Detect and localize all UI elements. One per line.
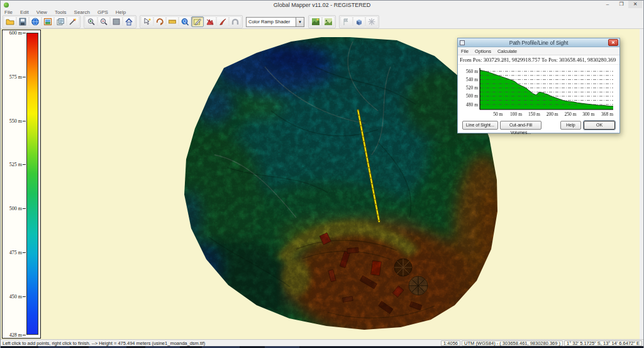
dialog-menu-file[interactable]: File bbox=[458, 48, 472, 54]
overlay-control-button[interactable] bbox=[42, 16, 54, 27]
legend-label: 575 m bbox=[3, 74, 22, 80]
legend-label: 525 m bbox=[3, 162, 22, 167]
globe-icon bbox=[31, 18, 40, 26]
open-file-button[interactable] bbox=[4, 16, 16, 27]
gps-path-button[interactable] bbox=[340, 16, 353, 27]
zoom-in-button[interactable] bbox=[85, 16, 97, 27]
dialog-titlebar[interactable]: Path Profile/Line of Sight ✕ bbox=[458, 38, 619, 47]
menu-tools[interactable]: Tools bbox=[51, 9, 70, 15]
dialog-close-icon[interactable]: ✕ bbox=[608, 39, 618, 46]
menu-file[interactable]: File bbox=[1, 9, 16, 15]
feature-info-tool-button[interactable]: Q bbox=[179, 16, 191, 27]
svg-text:300 m: 300 m bbox=[582, 111, 594, 117]
legend-tick bbox=[23, 296, 26, 297]
arch-icon bbox=[231, 18, 240, 26]
zoom-tool-button[interactable] bbox=[141, 16, 153, 27]
legend-tick bbox=[23, 164, 26, 165]
legend-label: 428 m bbox=[3, 332, 22, 338]
pen-icon bbox=[218, 18, 227, 26]
svg-text:560 m: 560 m bbox=[466, 69, 478, 74]
view-3d-button[interactable] bbox=[353, 16, 365, 27]
map-canvas[interactable]: 600 m 575 m 550 m 525 m 500 m 475 m 450 … bbox=[1, 29, 640, 339]
color-ramp-bar bbox=[26, 33, 38, 335]
svg-text:368 m: 368 m bbox=[601, 111, 613, 117]
legend-label: 600 m bbox=[3, 30, 22, 36]
legend-tick bbox=[23, 77, 26, 77]
svg-text:150 m: 150 m bbox=[528, 111, 540, 117]
undo-arch-button[interactable] bbox=[229, 16, 242, 27]
legend-tick bbox=[23, 335, 26, 335]
menu-help[interactable]: Help bbox=[112, 9, 130, 15]
menu-gps[interactable]: GPS bbox=[94, 9, 112, 15]
feature-info-icon: Q bbox=[180, 18, 189, 26]
menu-view[interactable]: View bbox=[33, 9, 51, 15]
svg-text:520 m: 520 m bbox=[466, 85, 478, 91]
shader-dropdown-value: Color Ramp Shader bbox=[247, 19, 296, 25]
app-titlebar: Global Mapper v11.02 - REGISTERED – ❐ ✕ bbox=[1, 1, 643, 9]
cut-and-fill-volumes-button[interactable]: Cut-and-Fill Volumes... bbox=[500, 121, 541, 130]
status-hint: Left click to add points, right click to… bbox=[1, 340, 441, 346]
pan-tool-button[interactable] bbox=[153, 16, 166, 27]
help-button[interactable]: Help bbox=[560, 121, 581, 130]
rotate-arrow-icon bbox=[155, 18, 164, 26]
image-overlay-icon bbox=[43, 18, 52, 26]
configure-button[interactable] bbox=[67, 16, 79, 27]
elevation-profile-chart: 560 m540 m520 m500 m480 m50 m100 m150 m2… bbox=[460, 66, 619, 119]
last-view-button[interactable] bbox=[123, 16, 135, 27]
folder-icon bbox=[6, 18, 14, 26]
legend-label: 475 m bbox=[3, 250, 22, 255]
minimize-button[interactable]: – bbox=[601, 1, 614, 8]
status-bar: Left click to add points, right click to… bbox=[1, 339, 643, 346]
terrain-tree-icon bbox=[324, 18, 333, 26]
full-view-button[interactable] bbox=[110, 16, 123, 27]
dialog-menu-options[interactable]: Options bbox=[472, 48, 494, 54]
svg-text:Q: Q bbox=[183, 19, 187, 24]
global-mapper-window: Global Mapper v11.02 - REGISTERED – ❐ ✕ … bbox=[0, 0, 644, 348]
legend-tick bbox=[23, 121, 26, 121]
svg-text:100 m: 100 m bbox=[510, 111, 522, 117]
svg-text:500 m: 500 m bbox=[466, 93, 478, 99]
legend-tick bbox=[23, 33, 26, 33]
path-profile-tool-button[interactable] bbox=[204, 16, 216, 27]
svg-text:250 m: 250 m bbox=[565, 111, 577, 117]
elevation-legend: 600 m 575 m 550 m 525 m 500 m 475 m 450 … bbox=[2, 30, 41, 339]
ok-button[interactable]: OK bbox=[584, 121, 615, 130]
legend-label: 550 m bbox=[3, 118, 22, 124]
digitizer-icon bbox=[193, 18, 202, 26]
shader-options-button[interactable] bbox=[309, 16, 322, 27]
save-button[interactable] bbox=[16, 16, 29, 27]
cursor-zoom-icon bbox=[143, 18, 152, 26]
draw-tool-button[interactable] bbox=[216, 16, 229, 27]
legend-tick bbox=[23, 208, 26, 209]
legend-tick bbox=[23, 252, 26, 253]
layers-button[interactable] bbox=[54, 16, 67, 27]
status-projection: UTM (WGS84) - ( 303658.461, 9830280.369 … bbox=[462, 340, 563, 346]
main-toolbar: Q Color Ramp Shader ▼ bbox=[1, 15, 643, 29]
lidar-button[interactable] bbox=[365, 16, 378, 27]
app-menubar: File Edit View Tools Search GPS Help bbox=[1, 9, 643, 15]
spark-icon bbox=[367, 18, 376, 26]
shader-dropdown[interactable]: Color Ramp Shader ▼ bbox=[246, 17, 304, 27]
dropdown-arrow-icon[interactable]: ▼ bbox=[296, 18, 304, 26]
dialog-menu-calculate[interactable]: Calculate bbox=[494, 48, 520, 54]
svg-text:200 m: 200 m bbox=[547, 111, 558, 117]
dialog-buttons: Line of Sight... Cut-and-Fill Volumes...… bbox=[458, 121, 619, 130]
full-extent-icon bbox=[112, 18, 121, 26]
close-button[interactable]: ✕ bbox=[628, 1, 642, 8]
measure-tool-button[interactable] bbox=[166, 16, 179, 27]
digitizer-tool-button[interactable] bbox=[191, 16, 204, 27]
svg-text:50 m: 50 m bbox=[493, 111, 502, 117]
dialog-menubar: File Options Calculate bbox=[458, 47, 619, 55]
menu-edit[interactable]: Edit bbox=[16, 9, 33, 15]
maximize-button[interactable]: ❐ bbox=[614, 1, 628, 8]
terrain-shader-icon bbox=[311, 18, 320, 26]
menu-search[interactable]: Search bbox=[70, 9, 94, 15]
vertical-exaggeration-button[interactable] bbox=[322, 16, 335, 27]
status-latlon: 1° 32' 5.1725" S, 13° 14' 6.6472" E bbox=[564, 340, 642, 346]
home-icon bbox=[125, 18, 133, 26]
open-web-data-button[interactable] bbox=[29, 16, 42, 27]
zoom-out-button[interactable] bbox=[97, 16, 110, 27]
floppy-icon bbox=[18, 18, 27, 26]
line-of-sight-button[interactable]: Line of Sight... bbox=[462, 121, 498, 130]
zoom-in-icon bbox=[87, 18, 96, 26]
